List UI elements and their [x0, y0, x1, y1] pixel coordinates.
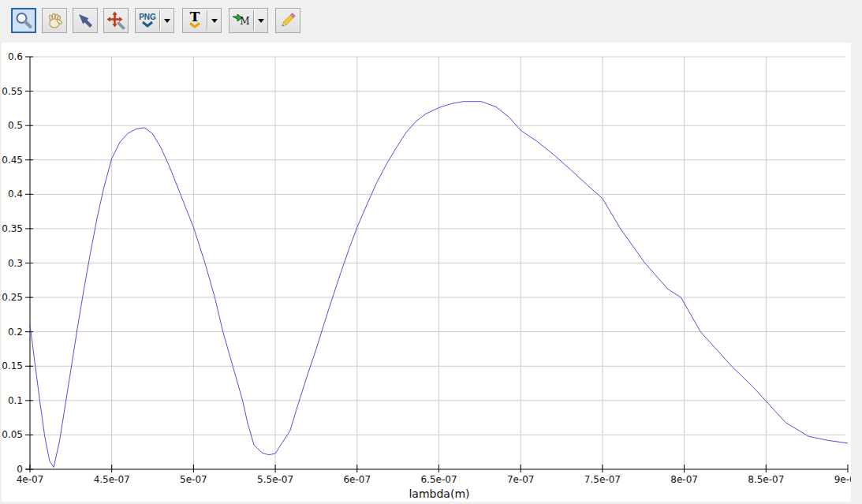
x-tick-label: 8e-07: [670, 474, 698, 485]
export-png-button[interactable]: PNG: [135, 8, 174, 33]
toolbar: PNG T M: [11, 8, 300, 33]
y-tick-label: 0.05: [2, 429, 23, 440]
y-tick-label: 0.6: [8, 51, 23, 62]
y-tick-label: 0: [17, 464, 23, 475]
caret-down-icon: [164, 19, 170, 23]
chart-panel: 00.050.10.150.20.250.30.350.40.450.50.55…: [2, 43, 851, 502]
t-label: T: [190, 9, 200, 24]
magnifier-icon: [13, 9, 35, 32]
arrow-cursor-icon: [73, 9, 97, 32]
x-tick-label: 9e-07: [834, 474, 851, 485]
zoom-box-tool-button[interactable]: [103, 8, 129, 33]
x-tick-label: 6.5e-07: [420, 474, 457, 485]
x-tick-label: 7.5e-07: [584, 474, 621, 485]
y-tick-label: 0.25: [2, 292, 23, 303]
x-tick-label: 4e-07: [17, 474, 44, 485]
pan-tool-button[interactable]: [42, 8, 67, 33]
y-tick-label: 0.2: [8, 327, 23, 338]
text-export-icon: T: [183, 9, 207, 32]
y-tick-label: 0.4: [8, 189, 23, 200]
m-export-button[interactable]: M: [229, 8, 268, 33]
edit-tool-button[interactable]: [275, 8, 300, 33]
pencil-icon: [276, 9, 300, 32]
png-export-icon: PNG: [136, 9, 159, 32]
png-dropdown-arrow[interactable]: [161, 19, 174, 23]
y-tick-label: 0.45: [2, 155, 23, 166]
y-tick-label: 0.55: [2, 86, 23, 97]
x-tick-label: 4.5e-07: [94, 474, 130, 485]
text-dropdown-arrow[interactable]: [208, 19, 221, 23]
x-tick-label: 7e-07: [507, 474, 535, 485]
y-tick-label: 0.15: [2, 360, 23, 371]
m-label: M: [240, 16, 249, 27]
zoom-tool-button[interactable]: [11, 8, 36, 33]
move-zoom-icon: [104, 9, 128, 32]
y-tick-label: 0.3: [8, 258, 23, 269]
x-tick-label: 5.5e-07: [257, 474, 293, 485]
png-label: PNG: [139, 13, 156, 21]
hand-icon: [43, 9, 66, 32]
m-dropdown-arrow[interactable]: [255, 19, 267, 23]
m-export-icon: M: [229, 9, 253, 32]
x-axis-title: lambda(m): [409, 487, 469, 500]
text-export-button[interactable]: T: [182, 8, 222, 33]
x-tick-label: 8.5e-07: [748, 474, 784, 485]
y-tick-label: 0.1: [8, 395, 23, 406]
caret-down-icon: [211, 19, 218, 23]
caret-down-icon: [258, 19, 264, 23]
x-tick-label: 6e-07: [343, 474, 371, 485]
pointer-tool-button[interactable]: [73, 8, 98, 33]
y-tick-label: 0.5: [8, 120, 23, 131]
y-tick-label: 0.35: [2, 223, 23, 234]
line-chart: 00.050.10.150.20.250.30.350.40.450.50.55…: [2, 43, 851, 502]
x-tick-label: 5e-07: [180, 474, 207, 485]
plot-area[interactable]: [30, 57, 848, 469]
